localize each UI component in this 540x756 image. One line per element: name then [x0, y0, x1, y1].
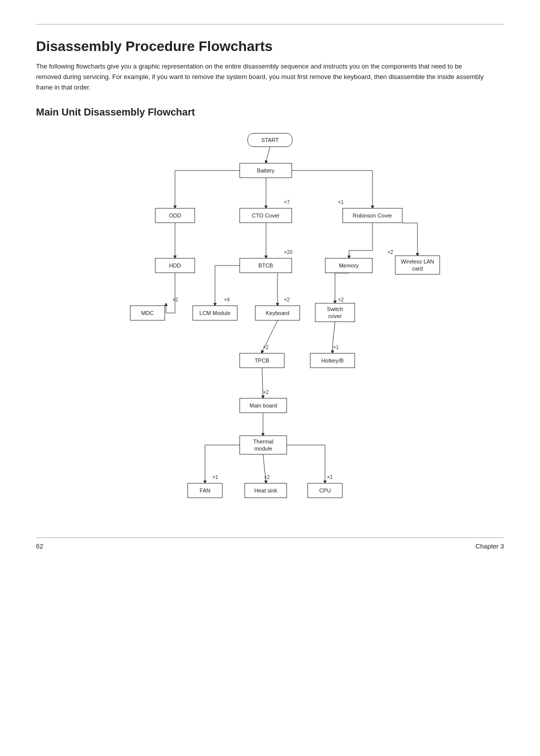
footer-chapter: Chapter 3: [476, 542, 504, 550]
flowchart-container: STARTBatteryODDCTO CoverRobinson CoverHD…: [36, 128, 504, 508]
multiplier-label-5: ×4: [224, 297, 230, 302]
flowchart-node-wireless: Wireless LAN card: [395, 256, 440, 274]
multiplier-label-2: ×20: [284, 250, 292, 255]
multiplier-label-10: ×2: [263, 390, 268, 395]
bottom-rule: [36, 538, 504, 538]
flowchart-node-lcm: LCM Module: [192, 306, 238, 320]
flowchart-node-heatsink: Heat sink: [244, 483, 287, 498]
flowchart-node-cto: CTO Cover: [240, 208, 292, 223]
flowchart-node-mdc: MDC: [130, 306, 165, 320]
multiplier-label-0: ×7: [284, 200, 290, 205]
flowchart-node-mainboard: Main board: [240, 398, 287, 413]
flowchart-node-hdd: HDD: [155, 258, 195, 273]
flowchart-node-switch: Switch cover: [315, 303, 355, 322]
flowchart: STARTBatteryODDCTO CoverRobinson CoverHD…: [115, 128, 425, 508]
svg-line-1: [266, 147, 270, 162]
flowchart-node-odd: ODD: [155, 208, 195, 223]
page-title: Disassembly Procedure Flowcharts: [36, 38, 504, 54]
flowchart-node-btcb: BTCB: [240, 258, 292, 273]
multiplier-label-8: ×2: [263, 344, 268, 350]
multiplier-label-7: ×2: [338, 297, 344, 302]
footer-page: 62: [36, 542, 43, 550]
flowchart-node-thermal: Thermal module: [240, 436, 287, 454]
flowchart-node-fan: FAN: [188, 483, 222, 498]
multiplier-label-6: ×2: [284, 297, 290, 302]
multiplier-label-13: ×1: [327, 474, 332, 480]
flowchart-node-cpu: CPU: [308, 483, 342, 498]
multiplier-label-11: ×1: [212, 474, 218, 480]
section-title: Main Unit Disassembly Flowchart: [36, 106, 504, 118]
multiplier-label-3: ×2: [388, 250, 393, 255]
multiplier-label-12: ×2: [264, 474, 270, 480]
page: Disassembly Procedure Flowcharts The fol…: [0, 0, 540, 558]
flowchart-node-keyboard: Keyboard: [255, 306, 300, 320]
flowchart-node-start: START: [248, 133, 292, 147]
flowchart-node-robinson: Robinson Cover: [342, 208, 402, 223]
multiplier-label-1: ×1: [338, 200, 344, 205]
flowchart-node-battery: Battery: [240, 163, 292, 178]
flowchart-node-hotkeyb: Hotkey/B: [310, 353, 355, 368]
multiplier-label-4: ×2: [172, 297, 178, 302]
footer: 62 Chapter 3: [36, 542, 504, 550]
multiplier-label-9: ×1: [333, 344, 338, 350]
intro-text: The following flowcharts give you a grap…: [36, 62, 486, 92]
flowchart-node-tpcb: TPCB: [240, 353, 284, 368]
flowchart-node-memory: Memory: [325, 258, 372, 273]
top-rule: [36, 24, 504, 24]
